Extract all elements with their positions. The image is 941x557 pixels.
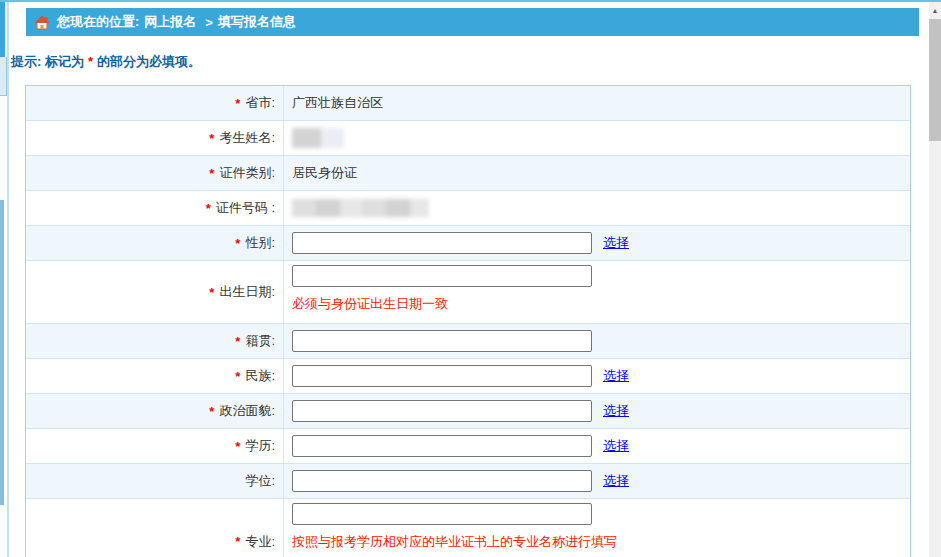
field-value-cell-major: 按照与报考学历相对应的毕业证书上的专业名称进行填写 bbox=[284, 499, 910, 557]
birth-date-input[interactable] bbox=[292, 265, 592, 287]
field-label-gender: *性别: bbox=[26, 226, 284, 260]
field-label-text: 证件类别: bbox=[219, 164, 275, 182]
required-asterisk: * bbox=[209, 285, 214, 300]
tip-prefix: 提示: 标记为 bbox=[11, 54, 84, 69]
form-row-political-status: *政治面貌:选择 bbox=[26, 394, 910, 429]
field-value-cell-education: 选择 bbox=[284, 429, 910, 463]
field-value-cell-ethnicity: 选择 bbox=[284, 359, 910, 393]
field-value-cell-gender: 选择 bbox=[284, 226, 910, 260]
scrollbar-thumb[interactable] bbox=[929, 19, 941, 141]
required-fields-tip: 提示: 标记为*的部分为必填项。 bbox=[11, 52, 201, 72]
ethnicity-select-link[interactable]: 选择 bbox=[603, 367, 629, 385]
field-label-text: 省市: bbox=[245, 94, 275, 112]
redacted-value-id-number bbox=[292, 199, 429, 217]
major-note: 按照与报考学历相对应的毕业证书上的专业名称进行填写 bbox=[292, 533, 617, 551]
vertical-scrollbar[interactable]: ▲ bbox=[929, 2, 941, 557]
field-label-text: 出生日期: bbox=[219, 283, 275, 301]
field-label-degree: 学位: bbox=[26, 464, 284, 498]
form-row-gender: *性别:选择 bbox=[26, 226, 910, 261]
required-asterisk: * bbox=[235, 534, 240, 549]
tip-suffix: 的部分为必填项。 bbox=[97, 54, 201, 69]
breadcrumb-item-fill-registration-info[interactable]: 填写报名信息 bbox=[218, 13, 296, 31]
form-row-birth-date: *出生日期:必须与身份证出生日期一致 bbox=[26, 261, 910, 324]
education-input[interactable] bbox=[292, 435, 592, 457]
form-row-degree: 学位:选择 bbox=[26, 464, 910, 499]
field-label-text: 考生姓名: bbox=[219, 129, 275, 147]
field-label-text: 政治面貌: bbox=[219, 402, 275, 420]
field-label-text: 民族: bbox=[245, 367, 275, 385]
field-label-province: *省市: bbox=[26, 86, 284, 120]
left-edge-fragment-top bbox=[0, 2, 5, 57]
left-divider-line bbox=[7, 2, 9, 557]
field-value-cell-id-number bbox=[284, 191, 910, 225]
major-input[interactable] bbox=[292, 503, 592, 525]
required-asterisk: * bbox=[235, 369, 240, 384]
native-place-input[interactable] bbox=[292, 330, 592, 352]
tip-asterisk: * bbox=[88, 54, 93, 69]
field-value-cell-province: 广西壮族自治区 bbox=[284, 86, 910, 120]
field-label-text: 性别: bbox=[245, 234, 275, 252]
field-label-text: 证件号码 : bbox=[216, 199, 275, 217]
gender-select-link[interactable]: 选择 bbox=[603, 234, 629, 252]
field-value-cell-political-status: 选择 bbox=[284, 394, 910, 428]
field-value-id-type: 居民身份证 bbox=[292, 164, 357, 182]
ethnicity-input[interactable] bbox=[292, 365, 592, 387]
field-label-education: *学历: bbox=[26, 429, 284, 463]
political-status-input[interactable] bbox=[292, 400, 592, 422]
field-value-province: 广西壮族自治区 bbox=[292, 94, 383, 112]
field-label-major: *专业: bbox=[26, 499, 284, 557]
degree-input[interactable] bbox=[292, 470, 592, 492]
field-label-ethnicity: *民族: bbox=[26, 359, 284, 393]
required-asterisk: * bbox=[209, 166, 214, 181]
breadcrumb-item-online-registration[interactable]: 网上报名 bbox=[144, 13, 196, 31]
scrollbar-up-arrow-icon[interactable]: ▲ bbox=[929, 2, 941, 18]
required-asterisk: * bbox=[235, 236, 240, 251]
field-value-cell-native-place bbox=[284, 324, 910, 358]
left-edge-fragment-mid bbox=[0, 200, 4, 505]
field-label-id-number: *证件号码 : bbox=[26, 191, 284, 225]
required-asterisk: * bbox=[235, 334, 240, 349]
field-label-text: 籍贯: bbox=[245, 332, 275, 350]
required-asterisk: * bbox=[235, 439, 240, 454]
breadcrumb-location-label: 您现在的位置: bbox=[57, 13, 139, 31]
field-label-candidate-name: *考生姓名: bbox=[26, 121, 284, 155]
field-label-native-place: *籍贯: bbox=[26, 324, 284, 358]
form-row-province: *省市:广西壮族自治区 bbox=[26, 86, 910, 121]
field-value-cell-id-type: 居民身份证 bbox=[284, 156, 910, 190]
left-edge-menu-fragment bbox=[0, 57, 7, 96]
form-table: *省市:广西壮族自治区*考生姓名:*证件类别:居民身份证*证件号码 :*性别:选… bbox=[25, 85, 911, 557]
political-status-select-link[interactable]: 选择 bbox=[603, 402, 629, 420]
breadcrumb-separator: > bbox=[205, 15, 213, 30]
field-label-text: 学位: bbox=[245, 472, 275, 490]
field-label-text: 专业: bbox=[245, 533, 275, 551]
field-label-id-type: *证件类别: bbox=[26, 156, 284, 190]
form-row-native-place: *籍贯: bbox=[26, 324, 910, 359]
form-row-id-type: *证件类别:居民身份证 bbox=[26, 156, 910, 191]
degree-select-link[interactable]: 选择 bbox=[603, 472, 629, 490]
form-row-candidate-name: *考生姓名: bbox=[26, 121, 910, 156]
page-top-border bbox=[0, 0, 941, 2]
required-asterisk: * bbox=[209, 131, 214, 146]
field-value-cell-birth-date: 必须与身份证出生日期一致 bbox=[284, 261, 910, 323]
home-icon bbox=[34, 15, 50, 30]
required-asterisk: * bbox=[209, 404, 214, 419]
field-label-text: 学历: bbox=[245, 437, 275, 455]
field-value-cell-degree: 选择 bbox=[284, 464, 910, 498]
gender-input[interactable] bbox=[292, 232, 592, 254]
form-row-id-number: *证件号码 : bbox=[26, 191, 910, 226]
form-row-ethnicity: *民族:选择 bbox=[26, 359, 910, 394]
breadcrumb-bar: 您现在的位置: 网上报名 > 填写报名信息 bbox=[26, 8, 919, 36]
field-label-birth-date: *出生日期: bbox=[26, 261, 284, 323]
field-value-cell-candidate-name bbox=[284, 121, 910, 155]
required-asterisk: * bbox=[206, 201, 211, 216]
education-select-link[interactable]: 选择 bbox=[603, 437, 629, 455]
form-row-major: *专业:按照与报考学历相对应的毕业证书上的专业名称进行填写 bbox=[26, 499, 910, 557]
field-label-political-status: *政治面貌: bbox=[26, 394, 284, 428]
redacted-value-candidate-name bbox=[292, 128, 344, 148]
form-row-education: *学历:选择 bbox=[26, 429, 910, 464]
birth-date-note: 必须与身份证出生日期一致 bbox=[292, 295, 448, 313]
required-asterisk: * bbox=[235, 96, 240, 111]
